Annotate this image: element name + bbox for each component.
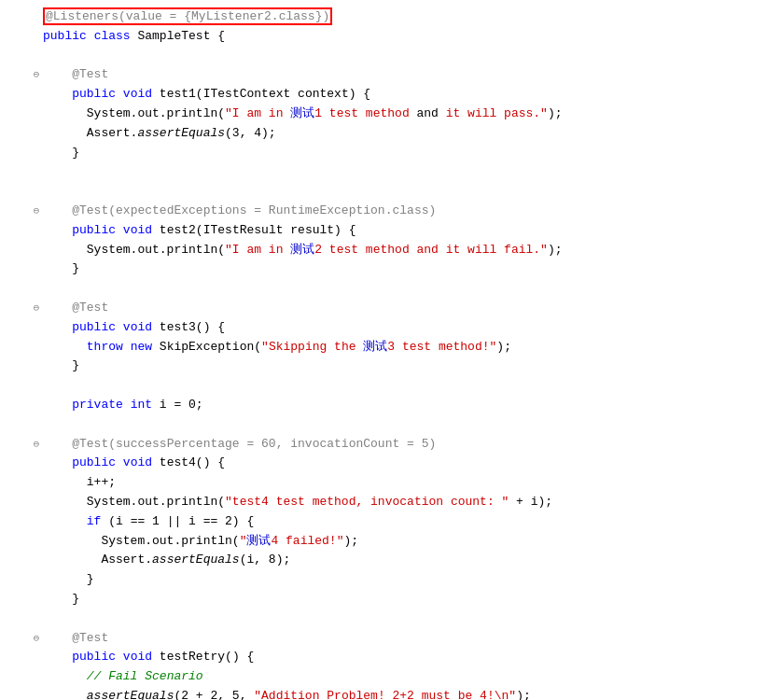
code-line-8: } — [0, 144, 767, 163]
line-content-25: i++; — [43, 473, 760, 493]
code-line-12: public void test2(ITestResult result) { — [0, 221, 767, 241]
line-content-8: } — [43, 144, 760, 163]
line-content-11: @Test(expectedExceptions = RuntimeExcept… — [43, 202, 760, 221]
code-line-26: System.out.println("test4 test method, i… — [0, 493, 767, 512]
code-line-17: public void test3() { — [0, 318, 767, 338]
code-line-35: // Fail Scenario — [0, 667, 767, 687]
code-line-13: System.out.println("I am in 测试2 test met… — [0, 241, 767, 260]
line-content-35: // Fail Scenario — [43, 667, 760, 687]
line-content-29: Assert.assertEquals(i, 8); — [43, 551, 760, 570]
code-editor: @Listeners(value = {MyListener2.class}) … — [0, 0, 767, 700]
line-content-24: public void test4() { — [43, 454, 760, 473]
code-line-15 — [0, 279, 767, 299]
line-content-5: public void test1(ITestContext context) … — [43, 85, 760, 105]
line-content-4: @Test — [43, 65, 760, 85]
code-line-11: ⊖ @Test(expectedExceptions = RuntimeExce… — [0, 202, 767, 221]
code-line-22 — [0, 415, 767, 435]
line-content-22 — [43, 415, 760, 435]
code-line-10 — [0, 182, 767, 202]
code-line-5: public void test1(ITestContext context) … — [0, 85, 767, 105]
code-line-34: public void testRetry() { — [0, 648, 767, 667]
line-content-14: } — [43, 259, 760, 279]
code-line-24: public void test4() { — [0, 454, 767, 473]
collapse-23[interactable]: ⊖ — [30, 437, 43, 454]
line-content-26: System.out.println("test4 test method, i… — [43, 493, 760, 512]
code-line-36: assertEquals(2 + 2, 5, "Addition Problem… — [0, 687, 767, 700]
line-content-28: System.out.println("测试4 failed!"); — [43, 532, 760, 552]
line-content-18: throw new SkipException("Skipping the 测试… — [43, 338, 760, 357]
collapse-33[interactable]: ⊖ — [30, 631, 43, 648]
code-line-21: private int i = 0; — [0, 396, 767, 415]
code-line-28: System.out.println("测试4 failed!"); — [0, 532, 767, 552]
line-content-19: } — [43, 357, 760, 376]
line-content-13: System.out.println("I am in 测试2 test met… — [43, 241, 760, 260]
line-content-17: public void test3() { — [43, 318, 760, 338]
code-line-29: Assert.assertEquals(i, 8); — [0, 551, 767, 570]
line-content-31: } — [43, 590, 760, 609]
line-content-1: @Listeners(value = {MyListener2.class}) — [43, 7, 760, 27]
line-content-36: assertEquals(2 + 2, 5, "Addition Problem… — [43, 687, 760, 700]
code-line-1: @Listeners(value = {MyListener2.class}) — [0, 7, 767, 27]
code-line-9 — [0, 162, 767, 182]
line-content-12: public void test2(ITestResult result) { — [43, 221, 760, 241]
code-line-7: Assert.assertEquals(3, 4); — [0, 124, 767, 144]
line-content-2: public class SampleTest { — [43, 27, 760, 47]
collapse-16[interactable]: ⊖ — [30, 301, 43, 317]
code-line-32 — [0, 609, 767, 629]
code-line-20 — [0, 376, 767, 396]
code-line-4: ⊖ @Test — [0, 65, 767, 85]
collapse-4[interactable]: ⊖ — [30, 67, 43, 84]
code-line-27: if (i == 1 || i == 2) { — [0, 512, 767, 532]
line-content-27: if (i == 1 || i == 2) { — [43, 512, 760, 532]
line-content-16: @Test — [43, 299, 760, 318]
line-content-10 — [43, 182, 760, 202]
code-line-23: ⊖ @Test(successPercentage = 60, invocati… — [0, 435, 767, 455]
line-content-9 — [43, 162, 760, 182]
code-line-6: System.out.println("I am in 测试1 test met… — [0, 105, 767, 124]
line-content-6: System.out.println("I am in 测试1 test met… — [43, 105, 760, 124]
code-line-18: throw new SkipException("Skipping the 测试… — [0, 338, 767, 357]
line-content-23: @Test(successPercentage = 60, invocation… — [43, 435, 760, 455]
collapse-11[interactable]: ⊖ — [30, 203, 43, 220]
line-content-21: private int i = 0; — [43, 396, 760, 415]
code-line-2: public class SampleTest { — [0, 27, 767, 47]
code-line-3 — [0, 47, 767, 66]
annotation-highlighted: @Listeners(value = {MyListener2.class}) — [43, 7, 332, 25]
line-content-32 — [43, 609, 760, 629]
line-content-34: public void testRetry() { — [43, 648, 760, 667]
code-line-16: ⊖ @Test — [0, 299, 767, 318]
code-line-19: } — [0, 357, 767, 376]
line-content-30: } — [43, 570, 760, 590]
code-line-33: ⊖ @Test — [0, 629, 767, 649]
line-content-20 — [43, 376, 760, 396]
line-content-15 — [43, 279, 760, 299]
line-content-3 — [43, 47, 760, 66]
code-line-30: } — [0, 570, 767, 590]
code-line-31: } — [0, 590, 767, 609]
code-line-25: i++; — [0, 473, 767, 493]
code-line-14: } — [0, 259, 767, 279]
line-content-7: Assert.assertEquals(3, 4); — [43, 124, 760, 144]
line-content-33: @Test — [43, 629, 760, 649]
